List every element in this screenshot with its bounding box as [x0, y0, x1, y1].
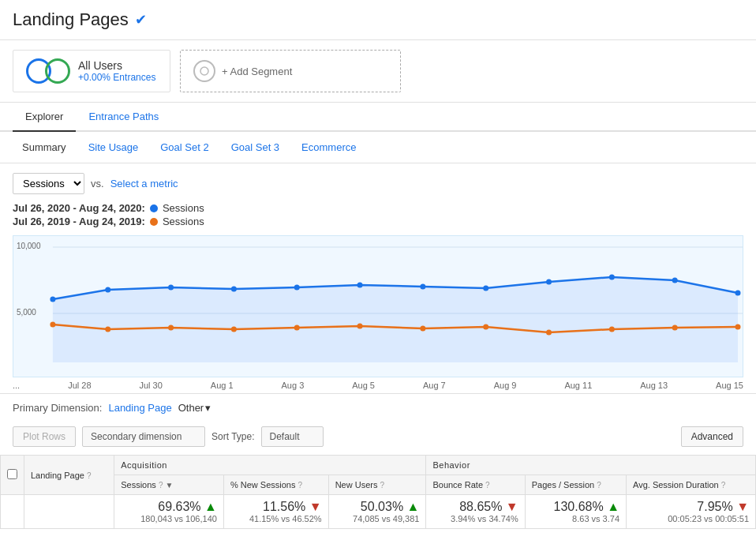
data-table: Landing Page ? Acquisition Behavior Sess… — [0, 455, 756, 529]
secondary-dimension-select[interactable]: Secondary dimension — [82, 426, 205, 447]
svg-point-21 — [231, 327, 237, 332]
svg-point-23 — [357, 324, 363, 329]
page-header: Landing Pages ✔ — [0, 0, 756, 40]
pages-per-session-col-header: Pages / Session ? — [525, 475, 626, 495]
metric-select[interactable]: Sessions — [13, 173, 84, 194]
x-label-5: Aug 5 — [352, 381, 375, 390]
svg-point-29 — [735, 325, 741, 330]
svg-marker-5 — [53, 277, 738, 362]
subtab-goal-set-3[interactable]: Goal Set 3 — [222, 138, 289, 156]
new-users-help-icon: ? — [380, 481, 384, 490]
page-title: Landing Pages — [13, 9, 129, 30]
subtab-site-usage[interactable]: Site Usage — [79, 138, 148, 156]
svg-point-13 — [483, 286, 488, 291]
add-segment-icon — [193, 60, 215, 82]
avg-session-down-icon: ▼ — [736, 500, 749, 513]
svg-point-18 — [50, 322, 55, 328]
pages-per-session-up-icon: ▲ — [607, 500, 619, 513]
advanced-button[interactable]: Advanced — [681, 426, 743, 447]
segment-circles — [26, 58, 70, 84]
svg-point-11 — [357, 283, 363, 288]
svg-text:5,000: 5,000 — [17, 308, 36, 317]
behavior-header: Behavior — [426, 456, 756, 475]
svg-text:10,000: 10,000 — [17, 242, 41, 250]
tab-entrance-paths[interactable]: Entrance Paths — [76, 103, 171, 132]
secondary-tabs: Summary Site Usage Goal Set 2 Goal Set 3… — [0, 132, 756, 163]
verified-icon: ✔ — [135, 11, 147, 28]
svg-point-14 — [546, 280, 552, 285]
pct-new-sessions-total-sub: 41.15% vs 46.52% — [230, 514, 322, 523]
sort-type-select[interactable]: Default — [261, 426, 324, 447]
landing-page-link[interactable]: Landing Page — [108, 402, 171, 414]
x-axis: ... Jul 28 Jul 30 Aug 1 Aug 3 Aug 5 Aug … — [0, 377, 756, 393]
legend-date-2: Jul 26, 2019 - Aug 24, 2019: — [13, 216, 145, 227]
legend-metric-2: Sessions — [163, 216, 204, 227]
segment1-sub: +0.00% Entrances — [78, 72, 155, 83]
primary-tabs: Explorer Entrance Paths — [0, 103, 756, 132]
pct-new-sessions-total-value: 11.56% ▼ — [230, 500, 322, 514]
new-users-up-icon: ▲ — [407, 500, 420, 513]
avg-session-duration-help-icon: ? — [721, 481, 726, 490]
avg-session-total-value: 7.95% ▼ — [633, 500, 749, 514]
x-label-9: Aug 13 — [640, 381, 668, 390]
add-segment-button[interactable]: + Add Segment — [180, 50, 401, 92]
segment1-info: All Users +0.00% Entrances — [78, 59, 155, 83]
svg-point-17 — [735, 291, 741, 296]
new-users-total-sub: 74,085 vs 49,381 — [335, 514, 420, 523]
bounce-rate-help-icon: ? — [485, 481, 490, 490]
other-dropdown[interactable]: Other ▾ — [178, 402, 211, 414]
svg-point-27 — [609, 327, 615, 332]
svg-point-7 — [105, 287, 110, 293]
bounce-rate-col-header: Bounce Rate ? — [426, 475, 525, 495]
sessions-total-cell: 69.63% ▲ 180,043 vs 106,140 — [114, 495, 224, 529]
new-users-total-cell: 50.03% ▲ 74,085 vs 49,381 — [328, 495, 426, 529]
sessions-up-icon: ▲ — [204, 500, 217, 513]
svg-point-24 — [420, 326, 425, 332]
chart-area: 10,000 5,000 — [13, 235, 743, 377]
vs-label: vs. — [91, 178, 104, 189]
segments-bar: All Users +0.00% Entrances + Add Segment — [0, 40, 756, 103]
select-all-checkbox[interactable] — [7, 469, 17, 479]
x-label-8: Aug 11 — [564, 381, 592, 390]
sessions-sort-icon[interactable]: ▼ — [166, 481, 174, 490]
subtab-summary[interactable]: Summary — [13, 138, 76, 156]
pct-new-sessions-total-cell: 11.56% ▼ 41.15% vs 46.52% — [223, 495, 328, 529]
bounce-rate-down-icon: ▼ — [506, 500, 518, 513]
primary-dim-label: Primary Dimension: — [13, 402, 102, 414]
x-label-1: Jul 28 — [68, 381, 91, 390]
tab-explorer[interactable]: Explorer — [13, 103, 76, 132]
svg-point-26 — [546, 330, 552, 336]
other-label: Other — [178, 402, 204, 414]
svg-point-28 — [672, 325, 678, 331]
select-metric-link[interactable]: Select a metric — [110, 178, 178, 189]
x-label-4: Aug 3 — [282, 381, 305, 390]
svg-point-10 — [294, 285, 300, 291]
landing-page-header: Landing Page ? — [24, 456, 114, 495]
svg-point-0 — [200, 67, 208, 75]
avg-session-total-cell: 7.95% ▼ 00:05:23 vs 00:05:51 — [627, 495, 756, 529]
svg-point-25 — [483, 325, 488, 330]
pages-per-session-total-cell: 130.68% ▲ 8.63 vs 3.74 — [525, 495, 626, 529]
bounce-rate-total-value: 88.65% ▼ — [432, 500, 518, 514]
legend-row-2: Jul 26, 2019 - Aug 24, 2019: Sessions — [13, 216, 743, 227]
svg-point-19 — [105, 327, 110, 332]
totals-label-cell — [24, 495, 114, 529]
x-label-0: ... — [13, 381, 20, 390]
chart-controls: Sessions vs. Select a metric — [0, 163, 756, 199]
table-controls: Primary Dimension: Landing Page Other ▾ — [0, 393, 756, 422]
legend-dot-2 — [150, 218, 158, 226]
bounce-rate-total-cell: 88.65% ▼ 3.94% vs 34.74% — [426, 495, 525, 529]
sessions-total-value: 69.63% ▲ — [121, 500, 217, 514]
svg-point-9 — [231, 287, 237, 292]
landing-page-help-icon: ? — [87, 471, 92, 480]
select-all-header — [1, 456, 24, 495]
plot-rows-button[interactable]: Plot Rows — [13, 426, 76, 447]
pages-per-session-total-sub: 8.63 vs 3.74 — [532, 514, 619, 523]
other-chevron-icon: ▾ — [205, 402, 211, 414]
subtab-goal-set-2[interactable]: Goal Set 2 — [151, 138, 218, 156]
acquisition-header: Acquisition — [114, 456, 426, 475]
sessions-col-header: Sessions ? ▼ — [114, 475, 224, 495]
svg-point-20 — [168, 325, 174, 331]
chart-legend: Jul 26, 2020 - Aug 24, 2020: Sessions Ju… — [0, 199, 756, 235]
subtab-ecommerce[interactable]: Ecommerce — [292, 138, 365, 156]
